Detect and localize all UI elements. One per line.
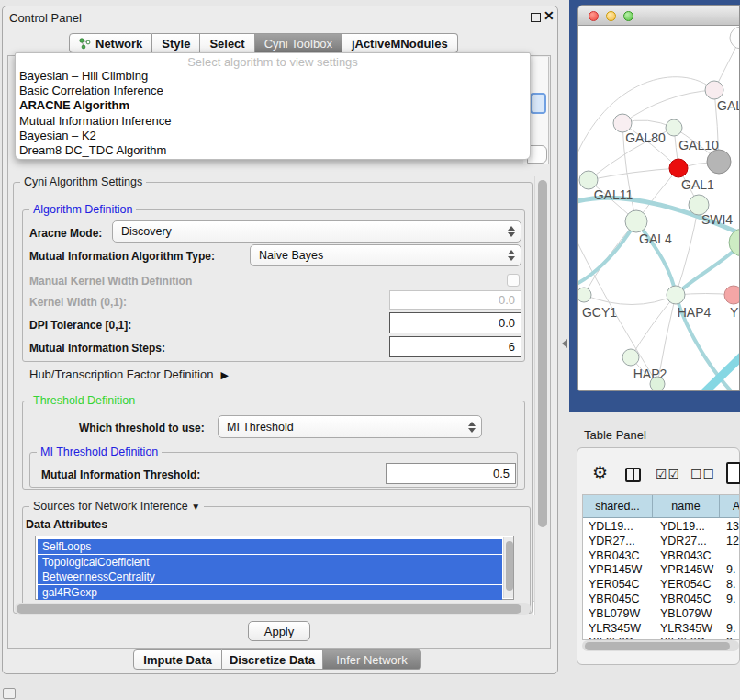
list-item[interactable]: BetweennessCentrality	[38, 570, 502, 584]
node-gal-clipped[interactable]	[705, 81, 723, 99]
node-gal1[interactable]	[669, 159, 688, 177]
node-partial-top[interactable]	[730, 27, 740, 49]
node-pink-right[interactable]	[724, 286, 740, 304]
control-panel-title: Control Panel	[9, 11, 82, 25]
cell-shared: YBL079W	[583, 607, 654, 622]
network-window-titlebar[interactable]	[578, 6, 739, 26]
data-attributes-list[interactable]: SelfLoops TopologicalCoefficient Between…	[35, 536, 514, 600]
aracne-mode-combo[interactable]: Discovery	[112, 220, 521, 243]
cell-name: YLR345W	[654, 622, 722, 637]
hub-definition-expander[interactable]: Hub/Transcription Factor Definition▶	[29, 367, 229, 381]
network-view-window[interactable]: GAL GAL80 GAL10 GAL1 GAL11 SWI4 GAL4 GCY…	[577, 5, 740, 391]
node-label: GCY1	[582, 305, 617, 320]
unchecked-boxes-icon[interactable]: ☐☐	[690, 467, 715, 481]
settings-hscrollbar[interactable]	[15, 603, 531, 615]
minimized-panel-icon[interactable]	[3, 688, 16, 699]
node-label: GAL4	[639, 231, 672, 246]
cell-value: 12	[722, 535, 739, 549]
expander-arrow-icon: ▶	[220, 369, 228, 380]
tab-network[interactable]: Network	[69, 33, 152, 53]
gear-icon[interactable]: ⚙	[592, 464, 608, 481]
tab-cyni-toolbox[interactable]: Cyni Toolbox	[255, 33, 342, 53]
list-scrollbar-thumb[interactable]	[506, 541, 513, 591]
table-row[interactable]: YBL079WYBL079W	[583, 607, 739, 622]
node-gal10[interactable]	[666, 119, 682, 136]
menu-item[interactable]: Bayesian – K2	[16, 129, 530, 143]
table-row[interactable]: YPR145WYPR145W9.	[583, 563, 739, 578]
table-row[interactable]: YBR043CYBR043C	[583, 549, 739, 564]
network-canvas[interactable]: GAL GAL80 GAL10 GAL1 GAL11 SWI4 GAL4 GCY…	[578, 26, 740, 391]
kernel-width-field[interactable]: 0.0	[389, 290, 521, 310]
mi-threshold-label: Mutual Information Threshold:	[41, 469, 200, 481]
table-row[interactable]: YLR345WYLR345W9.	[583, 622, 739, 637]
collapse-arrow-icon[interactable]: ▼	[191, 502, 200, 512]
cell-value	[722, 549, 726, 564]
tab-cyni-toolbox-label: Cyni Toolbox	[264, 37, 332, 51]
column-header-shared[interactable]: shared...	[583, 495, 653, 517]
column-layout-icon[interactable]	[625, 468, 641, 482]
network-icon	[79, 38, 91, 50]
tab-impute-data-label: Impute Data	[143, 653, 211, 667]
node-gal11[interactable]	[579, 171, 598, 189]
table-header-row: shared... name A	[583, 495, 739, 518]
tab-select[interactable]: Select	[200, 33, 254, 53]
settings-vscrollbar-thumb[interactable]	[538, 180, 547, 527]
list-item[interactable]: TopologicalCoefficient	[38, 555, 502, 570]
list-item[interactable]: SelfLoops	[38, 539, 502, 554]
panel-divider-arrow-icon[interactable]	[562, 339, 567, 348]
close-icon[interactable]: ✕	[544, 8, 555, 23]
node-label: GAL80	[625, 130, 666, 145]
list-item[interactable]: gal4RGexp	[38, 585, 502, 600]
float-window-icon[interactable]	[531, 13, 541, 22]
new-table-icon[interactable]	[726, 462, 740, 484]
node-hap2[interactable]	[622, 349, 639, 366]
settings-vscrollbar[interactable]	[534, 176, 548, 615]
list-scrollbar[interactable]	[503, 537, 513, 598]
table-row[interactable]: YDR27...YDR27...12	[583, 535, 739, 549]
which-threshold-combo[interactable]: MI Threshold	[218, 415, 482, 438]
mi-steps-field[interactable]: 6	[389, 336, 521, 357]
column-header-partial[interactable]: A	[720, 495, 739, 517]
menu-item-selected[interactable]: ARACNE Algorithm	[16, 98, 530, 113]
table-row[interactable]: YBR045CYBR045C9.	[583, 593, 739, 607]
node-gal80[interactable]	[613, 114, 632, 132]
column-header-name[interactable]: name	[653, 495, 720, 517]
mi-threshold-field[interactable]: 0.5	[386, 463, 516, 484]
node-hap4[interactable]	[667, 286, 685, 304]
apply-button[interactable]: Apply	[248, 621, 310, 641]
table-row[interactable]: YDL19...YDL19...13	[583, 520, 739, 535]
algorithm-combo-arrow-fragment[interactable]	[530, 93, 546, 114]
dpi-tolerance-field[interactable]: 0.0	[389, 312, 521, 333]
dpi-tolerance-label: DPI Tolerance [0,1]:	[29, 319, 131, 332]
checked-boxes-icon[interactable]: ☑☑	[656, 467, 680, 481]
zoom-traffic-light[interactable]	[623, 11, 633, 21]
node-label: GAL10	[678, 138, 719, 152]
menu-item[interactable]: Mutual Information Inference	[16, 114, 530, 129]
node-gal4[interactable]	[625, 210, 647, 232]
data-attributes-label: Data Attributes	[26, 518, 107, 531]
settings-hscrollbar-thumb[interactable]	[17, 604, 521, 614]
menu-item[interactable]: Bayesian – Hill Climbing	[16, 69, 530, 84]
node-gcy1[interactable]	[578, 288, 591, 302]
tab-style[interactable]: Style	[152, 33, 200, 53]
menu-item[interactable]: Basic Correlation Inference	[16, 84, 530, 98]
algorithm-popup-placeholder: Select algorithm to view settings	[16, 53, 530, 69]
tab-infer-network[interactable]: Infer Network	[323, 649, 421, 670]
tab-jactivemnodules[interactable]: jActiveMNodules	[342, 33, 458, 53]
tab-discretize-data[interactable]: Discretize Data	[222, 649, 323, 670]
tab-impute-data[interactable]: Impute Data	[133, 649, 222, 670]
tab-jactivemnodules-label: jActiveMNodules	[352, 37, 448, 51]
table-row[interactable]: YER054CYER054C8.	[583, 578, 739, 593]
close-traffic-light[interactable]	[589, 11, 599, 21]
minimize-traffic-light[interactable]	[606, 11, 616, 21]
tab-infer-network-label: Infer Network	[336, 653, 407, 667]
table-hscrollbar-thumb[interactable]	[585, 642, 730, 650]
which-threshold-value: MI Threshold	[227, 421, 294, 434]
table-hscrollbar[interactable]	[582, 640, 739, 651]
node-gray[interactable]	[707, 150, 731, 174]
cell-shared: YPR145W	[583, 563, 654, 578]
manual-kernel-checkbox[interactable]	[507, 274, 520, 287]
menu-item[interactable]: Dream8 DC_TDC Algorithm	[16, 143, 530, 158]
mi-type-combo[interactable]: Naive Bayes	[250, 244, 521, 266]
control-panel-tabbar: Network Style Select Cyni Toolbox jActiv…	[69, 33, 458, 53]
